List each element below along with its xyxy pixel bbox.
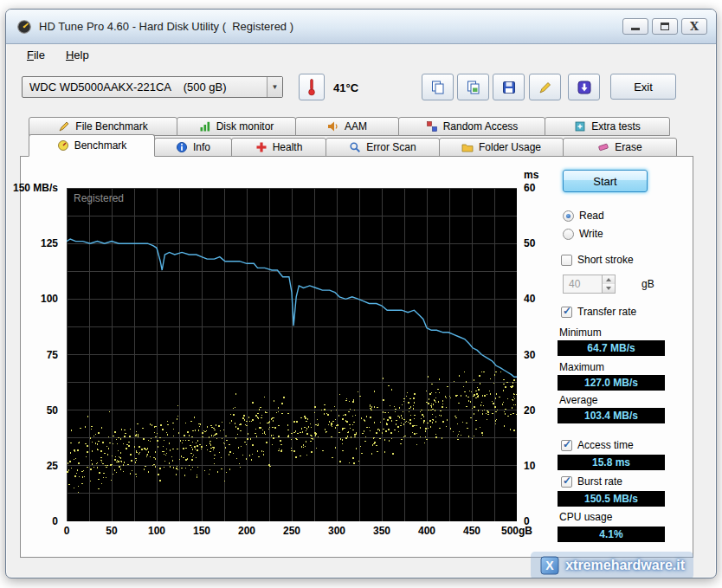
health-cross-icon <box>255 141 268 153</box>
titlebar: HD Tune Pro 4.60 - Hard Disk Utility ( R… <box>6 10 716 44</box>
axis-tick-label: 100 <box>41 293 58 305</box>
tab-label: Disk monitor <box>216 120 274 132</box>
folder-icon <box>461 141 474 153</box>
site-watermark: X xtremehardware.it <box>531 552 693 578</box>
tab-label: Erase <box>615 141 641 153</box>
stepper-down-icon[interactable] <box>603 284 615 293</box>
axis-tick-label: 50 <box>47 404 58 417</box>
read-radio-circle[interactable] <box>563 210 574 222</box>
read-radio[interactable]: Read <box>563 210 604 222</box>
tab-label: Folder Usage <box>479 141 541 153</box>
axis-tick-label: 40 <box>524 293 535 305</box>
minimize-button[interactable] <box>622 18 648 35</box>
x-axis-labels: 050100150200250300350400450500gB <box>67 525 551 539</box>
minimum-label: Minimum <box>559 326 602 339</box>
axis-tick-label: 50 <box>524 237 535 249</box>
axis-tick-label: 125 <box>41 237 58 249</box>
eraser-icon <box>597 141 609 153</box>
copy-image-icon <box>466 80 481 95</box>
temperature-button[interactable] <box>299 74 325 100</box>
access-time-value: 15.8 ms <box>558 455 665 470</box>
tab-erase[interactable]: Erase <box>563 138 677 157</box>
speaker-icon <box>327 120 339 132</box>
tab-extra-tests[interactable]: Extra tests <box>545 117 670 136</box>
toolbar: WDC WD5000AAKX-221CA (500 gB) ▼ 41°C <box>6 65 716 112</box>
burst-rate-checkbox[interactable]: Burst rate <box>561 475 622 488</box>
download-button[interactable] <box>568 74 600 100</box>
tab-folder-usage[interactable]: Folder Usage <box>439 138 564 157</box>
burst-rate-label: Burst rate <box>577 475 622 488</box>
short-stroke-checkbox-box[interactable] <box>561 255 572 266</box>
info-icon <box>176 141 188 153</box>
write-label: Write <box>579 228 603 240</box>
axis-tick-label: 75 <box>47 349 58 361</box>
copy-image-button[interactable] <box>457 74 489 100</box>
tab-random-access[interactable]: Random Access <box>398 117 545 136</box>
short-stroke-stepper[interactable] <box>603 275 616 294</box>
tab-benchmark[interactable]: Benchmark <box>29 134 155 157</box>
save-icon <box>501 80 517 95</box>
axis-tick-label: 30 <box>524 349 535 361</box>
tab-error-scan[interactable]: Error Scan <box>326 138 440 157</box>
close-button[interactable]: X <box>681 18 707 35</box>
axis-tick-label: 50 <box>94 525 129 537</box>
access-time-checkbox[interactable]: Access time <box>561 439 634 451</box>
tab-row-primary: Benchmark Info Health Error Scan <box>29 134 681 157</box>
stepper-up-icon[interactable] <box>603 275 615 284</box>
benchmark-chart: Registered <box>67 188 517 521</box>
axis-tick-label: 100 <box>139 525 174 537</box>
average-label: Average <box>559 394 597 406</box>
tab-file-benchmark[interactable]: File Benchmark <box>29 117 177 136</box>
tab-info[interactable]: Info <box>154 138 232 157</box>
tab-aam[interactable]: AAM <box>295 117 399 136</box>
site-watermark-text: xtremehardware.it <box>565 558 685 573</box>
transfer-rate-checkbox-box[interactable] <box>561 307 572 318</box>
minimum-value: 64.7 MB/s <box>558 340 665 356</box>
menu-file[interactable]: File <box>18 46 54 64</box>
short-stroke-checkbox[interactable]: Short stroke <box>561 254 634 266</box>
short-stroke-input[interactable]: 40 <box>563 275 603 294</box>
tab-row-secondary: File Benchmark Disk monitor AAM Random A… <box>29 115 674 136</box>
axis-tick-label: 20 <box>524 404 535 417</box>
temperature-value: 41°C <box>333 81 358 94</box>
magnifier-icon <box>349 141 361 153</box>
window-controls: X <box>622 18 707 35</box>
save-button[interactable] <box>493 74 525 100</box>
read-label: Read <box>579 210 604 222</box>
benchmark-icon <box>57 139 69 152</box>
short-stroke-label: Short stroke <box>577 254 634 266</box>
tab-disk-monitor[interactable]: Disk monitor <box>177 117 296 136</box>
axis-tick-label: 300 <box>319 525 354 537</box>
cpu-usage-label: CPU usage <box>559 511 612 523</box>
exit-button[interactable]: Exit <box>610 74 676 100</box>
tab-health[interactable]: Health <box>231 138 326 157</box>
chart-canvas <box>67 188 517 521</box>
capture-button[interactable] <box>529 74 561 100</box>
axis-tick-label: ms <box>524 169 538 181</box>
access-time-checkbox-box[interactable] <box>561 440 572 451</box>
copy-icon <box>430 80 446 95</box>
start-button[interactable]: Start <box>563 170 648 192</box>
burst-rate-checkbox-box[interactable] <box>561 476 572 488</box>
maximize-button[interactable] <box>652 18 678 35</box>
download-icon <box>577 80 592 95</box>
axis-tick-label: 10 <box>524 460 535 472</box>
write-radio-circle[interactable] <box>563 229 574 240</box>
drive-select-value: WDC WD5000AAKX-221CA (500 gB) <box>29 81 267 94</box>
window-title: HD Tune Pro 4.60 - Hard Disk Utility ( R… <box>39 20 293 33</box>
axis-tick-label: 200 <box>229 525 264 537</box>
gb-unit-label: gB <box>641 278 654 290</box>
chevron-down-icon[interactable]: ▼ <box>267 77 282 97</box>
menu-help[interactable]: Help <box>57 46 98 64</box>
menubar: File Help <box>6 44 716 65</box>
axis-tick-label: 500gB <box>500 525 534 537</box>
tab-label: Benchmark <box>74 139 127 152</box>
transfer-rate-checkbox[interactable]: Transfer rate <box>561 306 636 318</box>
write-radio[interactable]: Write <box>563 228 603 240</box>
copy-text-button[interactable] <box>422 74 454 100</box>
short-stroke-size-row: 40 gB <box>563 275 654 294</box>
tab-label: Error Scan <box>366 141 416 153</box>
drive-select[interactable]: WDC WD5000AAKX-221CA (500 gB) ▼ <box>22 76 283 98</box>
thermometer-icon <box>306 78 317 97</box>
left-axis-labels: 150 MB/s1251007550250 <box>21 188 62 521</box>
